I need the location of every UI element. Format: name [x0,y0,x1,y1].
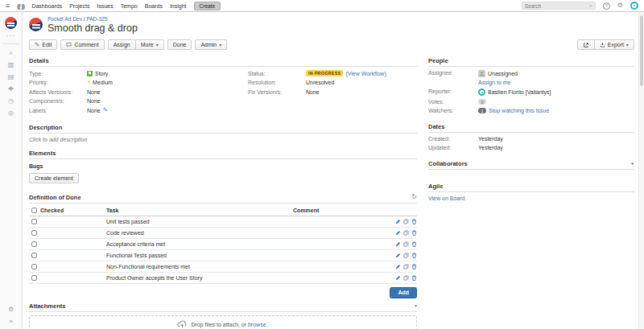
dropzone-period: . [267,322,269,327]
row-checkbox[interactable] [31,275,37,281]
copy-row-icon[interactable] [403,230,409,236]
delete-row-icon[interactable] [411,275,417,281]
share-button[interactable] [577,39,595,50]
view-workflow-link[interactable]: (View Workflow) [345,71,386,76]
edit-row-icon[interactable] [395,275,401,281]
nav-insight[interactable]: Insight [170,3,187,9]
edit-row-icon[interactable] [395,230,401,236]
top-navbar: ≡ ((·)) Dashboards Projects Issues Tempo… [0,0,644,12]
row-checkbox[interactable] [31,253,37,258]
more-button[interactable]: More▾ [136,39,164,50]
copy-row-icon[interactable] [403,253,409,258]
delete-row-icon[interactable] [411,230,417,236]
votes-badge[interactable]: 0 [478,99,486,105]
copy-row-icon[interactable] [403,275,409,281]
nav-projects[interactable]: Projects [69,3,89,9]
details-section: Type: Story Priority: ↑Medium Affects Ve… [29,70,417,117]
admin-button[interactable]: Admin▾ [195,39,227,50]
edit-labels-icon[interactable]: ✎ [103,107,108,113]
priority-medium-icon: ↑ [87,80,90,86]
sidebar-gear-icon[interactable]: ⚙ [8,306,14,313]
dod-table: Checked Task Comment Unit tests passed [29,206,417,284]
assign-to-me-link[interactable]: Assign to me [478,80,510,85]
vertical-scrollbar[interactable] [638,12,644,329]
labels-value: None [87,108,101,113]
export-button[interactable]: Export▾ [595,39,634,50]
nav-boards[interactable]: Boards [145,3,163,9]
affects-version-value: None [87,89,101,95]
edit-row-icon[interactable] [395,241,401,247]
dropzone-text: Drop files to attach, or [191,322,246,327]
clock-icon[interactable]: ◷ [8,98,14,105]
dod-row: Functional Tests passed [29,250,417,261]
sidebar-divider [3,43,19,44]
row-checkbox[interactable] [31,241,37,247]
nav-dashboards[interactable]: Dashboards [31,3,62,9]
priority-label: Priority: [29,80,87,85]
delete-row-icon[interactable] [411,264,417,269]
scrollbar-thumb[interactable] [640,15,643,86]
add-dod-item-button[interactable]: Add [390,287,417,298]
gear-icon[interactable]: ⚙ [617,2,623,9]
sidebar-expand-icon[interactable]: » [9,319,12,325]
search-field[interactable] [525,3,589,9]
done-button[interactable]: Done [167,39,192,50]
agile-heading: Agile [428,183,634,192]
delete-row-icon[interactable] [411,241,417,247]
attachments-dropzone[interactable]: Drop files to attach, or browse. [29,315,417,329]
project-avatar[interactable] [5,17,17,29]
stop-watching-link[interactable]: Stop watching this issue [489,108,549,113]
edit-row-icon[interactable] [395,219,401,224]
attachments-menu-icon[interactable]: ▾ [415,303,417,308]
votes-label: Votes: [428,99,478,105]
add-collaborator-icon[interactable]: + [630,160,634,167]
description-placeholder[interactable]: Click to add description [29,137,417,142]
updated-label: Updated: [428,145,478,150]
assignee-value: Unassigned [488,71,518,76]
delete-row-icon[interactable] [411,253,417,258]
megaphone-icon[interactable]: ⌕ [9,50,12,56]
watchers-badge[interactable]: 1 [478,108,486,113]
reporter-label: Reporter: [428,88,478,94]
user-avatar[interactable] [630,2,638,10]
create-element-button[interactable]: Create element [29,173,79,183]
row-checkbox[interactable] [31,219,37,224]
copy-row-icon[interactable] [403,241,409,247]
created-label: Created: [428,136,478,142]
check-all-checkbox[interactable] [31,208,37,213]
elements-heading: Elements [29,150,417,159]
story-type-icon [87,71,93,76]
search-icon: ⌕ [589,3,592,9]
breadcrumb-project-link[interactable]: Pocket Art Dev [47,16,82,22]
refresh-icon[interactable]: ↻ [411,194,417,200]
comment-button[interactable]: Comment [60,39,104,50]
hamburger-menu-icon[interactable]: ≡ [6,2,10,10]
nav-issues[interactable]: Issues [97,3,113,9]
search-input[interactable]: ⌕ [522,2,596,10]
sidebar-more-icon[interactable]: ··· [6,35,15,38]
copy-row-icon[interactable] [403,264,409,269]
task-cell: Acceptance criteria met [106,241,293,247]
share-icon [583,42,589,48]
view-on-board-link[interactable]: View on Board [428,195,464,201]
copy-row-icon[interactable] [403,219,409,224]
row-checkbox[interactable] [31,264,37,269]
edit-row-icon[interactable] [395,253,401,258]
row-checkbox[interactable] [31,230,37,236]
browse-link[interactable]: browse [248,322,266,327]
nav-tempo[interactable]: Tempo [121,3,138,9]
chart-icon[interactable]: ▥ [8,62,14,68]
help-icon[interactable]: ? [603,2,610,10]
create-button[interactable]: Create [194,2,221,10]
checked-column-header: Checked [40,208,64,213]
cloud-upload-icon [177,320,188,329]
assign-button[interactable]: Assign [108,39,136,50]
edit-row-icon[interactable] [395,264,401,269]
plus-icon[interactable]: ✚ [8,86,14,93]
updated-value: Yesterday [478,145,503,150]
delete-row-icon[interactable] [411,219,417,224]
settings-circle-icon[interactable]: ◎ [8,110,14,117]
briefcase-icon[interactable]: ▤ [8,74,14,80]
breadcrumb-issue-key-link[interactable]: PAD-325 [86,16,107,22]
edit-button[interactable]: ✎Edit [29,39,57,50]
